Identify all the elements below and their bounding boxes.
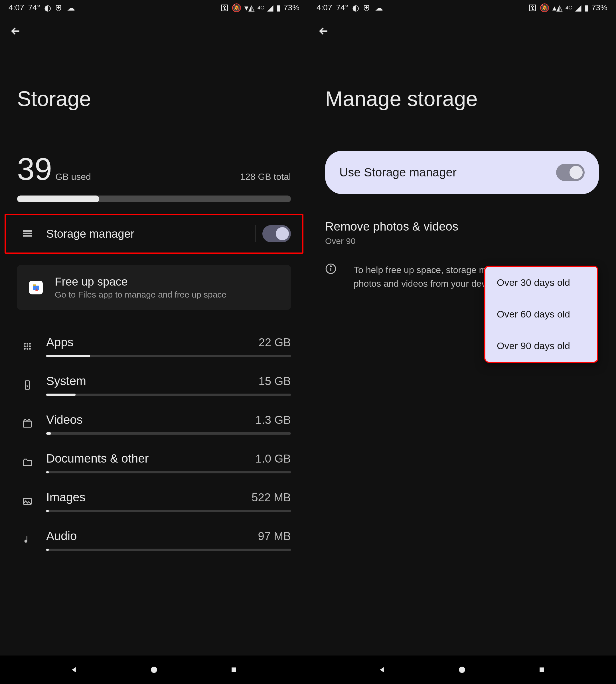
category-size: 522 MB [251, 491, 291, 504]
battery-icon: ▮ [584, 3, 589, 13]
weather-temp: 74° [336, 3, 348, 12]
category-name: Audio [46, 529, 77, 543]
category-name: Apps [46, 336, 73, 349]
app-bar [308, 15, 616, 47]
files-app-icon [26, 281, 46, 294]
svg-point-3 [24, 343, 26, 345]
phone-screen-storage: 4:07 74° ◐ ⛨ ☁ ⚿ 🔕 ▾◭ 4G ◢ ▮ 73% Storage… [0, 0, 308, 684]
category-size: 1.3 GB [255, 413, 291, 426]
signal-icon: ◢ [575, 3, 581, 13]
storage-category-row[interactable]: System15 GB [17, 366, 291, 405]
storage-categories-list: Apps22 GBSystem15 GBVideos1.3 GBDocument… [17, 327, 291, 560]
cloud-icon: ☁ [375, 3, 383, 13]
svg-point-8 [29, 345, 31, 347]
page-title: Manage storage [325, 87, 599, 111]
cellular-icon: 4G [258, 5, 264, 11]
dnd-icon: ◐ [44, 3, 51, 13]
svg-point-5 [29, 343, 31, 345]
storage-category-row[interactable]: Audio97 MB [17, 521, 291, 560]
svg-rect-0 [23, 230, 32, 232]
wifi-icon: ▾◭ [244, 3, 255, 13]
free-up-title: Free up space [55, 275, 282, 288]
shield-icon: ⛨ [55, 3, 63, 13]
app-bar [0, 15, 308, 47]
age-options-popup: Over 30 days old Over 60 days old Over 9… [484, 266, 598, 363]
wifi-icon: ▴◭ [552, 3, 563, 13]
remove-photos-subtitle: Over 90 [325, 236, 599, 246]
category-bar [46, 549, 291, 551]
svg-point-15 [151, 667, 157, 673]
storage-category-row[interactable]: Documents & other1.0 GB [17, 443, 291, 482]
svg-point-20 [459, 667, 465, 673]
battery-icon: ▮ [276, 3, 281, 13]
storage-category-row[interactable]: Images522 MB [17, 482, 291, 521]
clock: 4:07 [316, 3, 332, 12]
back-button[interactable] [8, 24, 23, 38]
used-amount: 39 [17, 151, 52, 187]
svg-rect-12 [25, 381, 30, 389]
cloud-icon: ☁ [67, 3, 75, 13]
status-bar: 4:07 74° ◐ ⛨ ☁ ⚿ 🔕 ▴◭ 4G ◢ ▮ 73% [308, 0, 616, 15]
category-icon [17, 496, 38, 506]
category-bar [46, 510, 291, 512]
info-icon [325, 263, 346, 291]
nav-back-button[interactable] [376, 664, 388, 676]
storage-usage-bar [17, 196, 291, 202]
nav-home-button[interactable] [148, 664, 160, 676]
storage-category-row[interactable]: Apps22 GB [17, 327, 291, 366]
navigation-bar [0, 656, 308, 684]
remove-photos-title[interactable]: Remove photos & videos [325, 220, 599, 233]
clock: 4:07 [8, 3, 24, 12]
category-icon [17, 419, 38, 429]
vpn-key-icon: ⚿ [529, 3, 537, 13]
cellular-icon: 4G [566, 5, 572, 11]
category-size: 22 GB [259, 336, 291, 349]
navigation-bar [308, 656, 616, 684]
svg-point-19 [330, 266, 331, 267]
storage-usage-summary: 39 GB used 128 GB total [17, 151, 291, 187]
category-bar [46, 393, 291, 396]
nav-recent-button[interactable] [536, 664, 548, 676]
phone-screen-manage-storage: 4:07 74° ◐ ⛨ ☁ ⚿ 🔕 ▴◭ 4G ◢ ▮ 73% Manage … [308, 0, 616, 684]
svg-rect-16 [232, 667, 236, 672]
back-button[interactable] [316, 24, 331, 38]
svg-point-7 [26, 345, 28, 347]
signal-icon: ◢ [267, 3, 273, 13]
svg-rect-13 [24, 421, 31, 427]
category-bar [46, 471, 291, 473]
option-60-days[interactable]: Over 60 days old [485, 298, 597, 330]
use-storage-manager-label: Use Storage manager [339, 165, 457, 179]
storage-icon [17, 228, 38, 240]
used-unit: GB used [55, 172, 91, 182]
nav-back-button[interactable] [68, 664, 80, 676]
category-name: Images [46, 491, 86, 504]
category-size: 1.0 GB [255, 452, 291, 465]
total-amount: 128 GB total [240, 172, 291, 182]
battery-percent: 73% [284, 3, 300, 12]
category-size: 97 MB [258, 530, 291, 543]
category-icon [17, 535, 38, 545]
option-30-days[interactable]: Over 30 days old [485, 267, 597, 298]
use-storage-manager-toggle[interactable] [556, 164, 585, 181]
use-storage-manager-row[interactable]: Use Storage manager [325, 151, 599, 194]
svg-point-9 [24, 348, 26, 350]
storage-category-row[interactable]: Videos1.3 GB [17, 405, 291, 443]
storage-manager-row[interactable]: Storage manager [4, 214, 304, 254]
svg-point-11 [29, 348, 31, 350]
free-up-space-row[interactable]: Free up space Go to Files app to manage … [17, 265, 291, 310]
divider [255, 225, 256, 242]
mute-icon: 🔕 [540, 3, 550, 13]
storage-usage-fill [17, 196, 99, 202]
storage-manager-toggle[interactable] [262, 225, 291, 242]
svg-point-6 [24, 345, 26, 347]
shield-icon: ⛨ [363, 3, 371, 13]
option-90-days[interactable]: Over 90 days old [485, 330, 597, 362]
svg-point-10 [26, 348, 28, 350]
nav-home-button[interactable] [456, 664, 468, 676]
battery-percent: 73% [592, 3, 608, 12]
nav-recent-button[interactable] [228, 664, 240, 676]
page-title: Storage [17, 87, 291, 111]
category-icon [17, 341, 38, 351]
free-up-subtitle: Go to Files app to manage and free up sp… [55, 290, 282, 299]
category-name: System [46, 374, 86, 388]
